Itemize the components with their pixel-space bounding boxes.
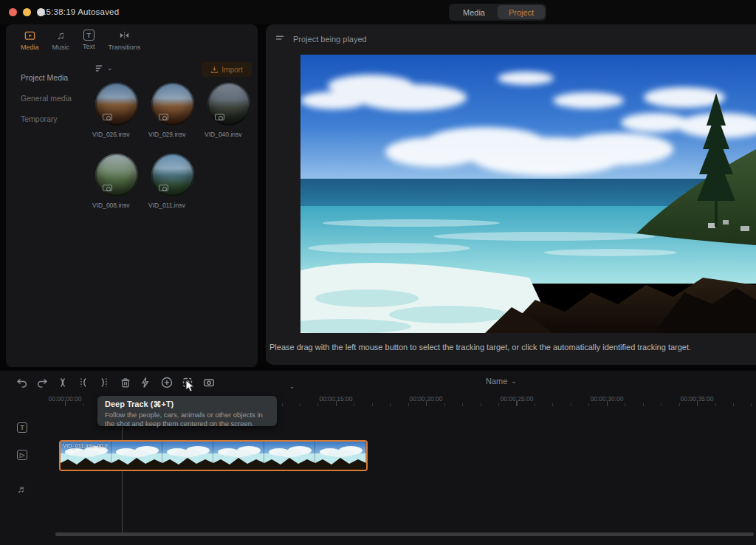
timeline-panel: ⌄ Name ⌄ [0,371,756,545]
fisheye-thumbnail [151,83,194,126]
ruler-label: 00:00:00:00 [49,395,82,402]
tracking-box-icon [202,376,216,389]
ruler-label: 00:00:30:00 [591,395,624,402]
deep-track-icon [181,376,194,389]
quick-effect-button[interactable]: ⌄ [138,375,153,390]
media-folder-icon [24,30,36,41]
preview-title: Project being played [293,35,367,44]
library-tab-music[interactable]: ♫ Music [52,30,70,51]
autosave-status: 15:38:19 Autosaved [41,7,119,16]
library-tab-transitions[interactable]: Transitions [109,30,141,51]
camera-badge-icon [103,114,112,120]
library-section-list: Project Media General media Temporary [6,60,87,367]
close-window-button[interactable] [9,8,17,16]
section-temporary[interactable]: Temporary [6,109,87,129]
redo-button[interactable] [35,375,49,390]
horizontal-scrollbar[interactable] [55,532,754,536]
window-controls [9,8,45,16]
text-track-header[interactable]: T [16,422,28,433]
trash-icon [119,376,132,389]
playlist-icon[interactable] [275,34,286,44]
library-tab-media[interactable]: Media [21,30,39,51]
undo-button[interactable] [15,375,30,390]
video-editor-window: 15:38:19 Autosaved Media Project Media ♫… [0,0,756,545]
title-bar: 15:38:19 Autosaved Media Project [0,0,756,24]
tracking-hint-text: Please drag with the left mouse button t… [269,343,691,352]
ruler-label: 00:00:35:00 [681,395,714,402]
media-thumbnail-grid: VID_026.insv VID_029.insv VID_040.insv V… [89,82,258,224]
delete-clip-button[interactable] [118,375,133,390]
fisheye-thumbnail [207,83,250,126]
plus-circle-icon [160,376,173,389]
import-icon [210,66,219,74]
import-button[interactable]: Import [202,62,252,77]
library-panel: Media ♫ Music T Text Transitions Project… [6,24,258,367]
library-tab-bar: Media ♫ Music T Text Transitions [6,24,258,55]
camera-badge-icon [159,114,168,120]
media-item-vid008[interactable]: VID_008.insv [89,153,145,224]
trim-left-icon [77,376,90,389]
undo-icon [16,376,29,389]
text-track-icon: T [17,422,27,433]
sort-list-icon [94,63,106,74]
video-preview[interactable] [300,55,756,333]
chevron-down-icon: ⌄ [107,65,113,72]
trim-left-button[interactable] [76,375,91,390]
ocean-scene [300,55,756,333]
text-box-icon: T [83,30,94,41]
camera-badge-icon [159,185,168,191]
tab-media-mode[interactable]: Media [450,5,498,19]
fisheye-thumbnail [95,83,138,126]
video-track-icon: ▷ [17,450,27,460]
camera-badge-icon [215,114,224,120]
ruler-label: 00:00:20:00 [410,395,443,402]
transitions-icon [118,30,131,41]
chevron-down-icon: ⌄ [511,377,517,385]
chevron-down-icon: ⌄ [289,383,295,390]
clip-label: VID_011.insv 00:0 [63,442,108,449]
audio-track-header[interactable]: ♬ [16,483,28,495]
music-note-icon: ♫ [57,30,65,41]
media-item-vid040[interactable]: VID_040.insv [201,82,257,153]
section-general-media[interactable]: General media [6,88,87,109]
timeline-toolbar: ⌄ Name ⌄ [0,371,756,393]
media-item-vid011[interactable]: VID_011.insv [145,153,201,224]
preview-header: Project being played [275,34,367,44]
split-clip-button[interactable] [55,375,70,390]
ruler-label: 00:00:15:00 [320,395,353,402]
preview-panel: Project being played [266,24,756,365]
deep-track-button[interactable] [180,375,195,390]
section-project-media[interactable]: Project Media [6,67,87,88]
mode-tab-switcher: Media Project [449,4,546,21]
timeline-sort-dropdown[interactable]: Name ⌄ [486,377,517,385]
timeline-clip-vid011[interactable]: VID_011.insv 00:0 [59,440,368,471]
media-item-vid029[interactable]: VID_029.insv [145,82,201,153]
sort-button[interactable]: ⌄ [94,63,113,74]
camera-badge-icon [103,185,112,191]
fisheye-thumbnail [151,154,194,196]
trim-right-button[interactable] [97,375,111,390]
deep-track-tooltip: Deep Track (⌘+T) Follow the people, cars… [97,396,277,426]
audio-track-icon: ♬ [17,483,27,495]
library-tab-text[interactable]: T Text [83,30,95,50]
tracking-box-button[interactable] [202,375,216,390]
media-item-vid026[interactable]: VID_026.insv [89,82,145,153]
add-button[interactable] [159,375,174,390]
split-icon [56,376,69,389]
minimize-window-button[interactable] [23,8,31,16]
fisheye-thumbnail [95,154,138,196]
tab-project-mode[interactable]: Project [498,5,545,19]
redo-icon [35,376,49,389]
trim-right-icon [97,376,111,389]
lightning-icon [139,376,152,389]
library-toolbar: ⌄ Import [93,61,252,79]
tooltip-body: Follow the people, cars, animals or othe… [105,411,269,428]
ruler-label: 00:00:25:00 [501,395,534,402]
video-track-header[interactable]: ▷ [16,449,28,461]
tooltip-title: Deep Track (⌘+T) [105,400,269,409]
library-content: ⌄ Import VID_026.insv VID_029.insv [87,55,258,367]
